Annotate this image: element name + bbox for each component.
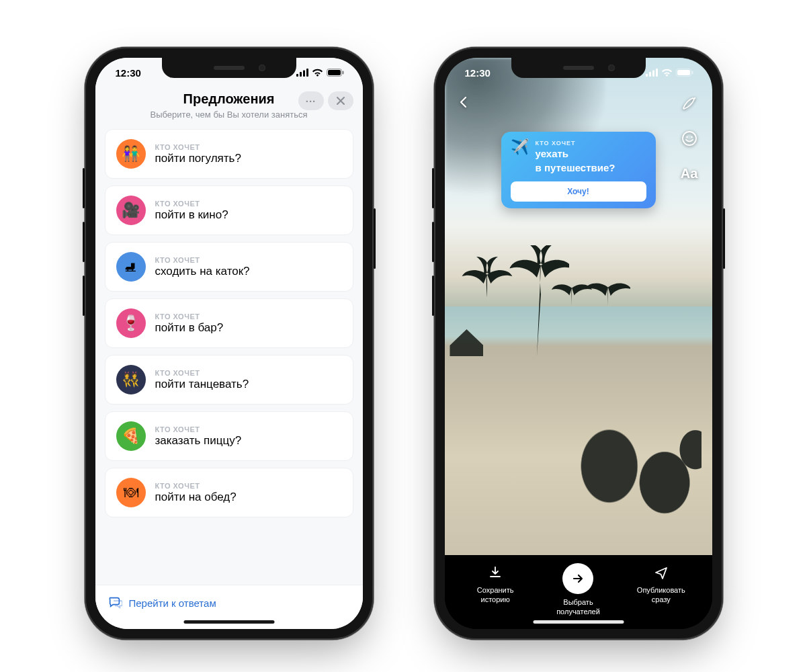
- suggestion-overline: КТО ХОЧЕТ: [155, 482, 237, 490]
- suggestion-card[interactable]: 👫КТО ХОЧЕТпойти погулять?: [105, 129, 353, 179]
- suggestion-card[interactable]: 🍽КТО ХОЧЕТпойти на обед?: [105, 468, 353, 517]
- story-action-bar: Сохранить историю Выбрать получателей Оп…: [445, 555, 712, 629]
- home-indicator: [533, 620, 624, 624]
- back-button[interactable]: [457, 95, 470, 112]
- suggestion-card[interactable]: 🎥КТО ХОЧЕТпойти в кино?: [105, 185, 353, 235]
- send-icon: [652, 563, 671, 582]
- sticker-tool-icon[interactable]: [679, 128, 700, 149]
- status-time: 12:30: [116, 67, 141, 79]
- sticker-label: КТО ХОЧЕТ: [536, 140, 615, 146]
- publish-now-label: Опубликовать сразу: [637, 586, 685, 605]
- download-icon: [486, 563, 505, 582]
- suggestion-emoji-icon: 🎥: [116, 196, 146, 225]
- suggestion-question: заказать пиццу?: [155, 434, 242, 448]
- svg-point-14: [693, 97, 695, 99]
- suggestion-overline: КТО ХОЧЕТ: [155, 425, 242, 433]
- suggestion-question: пойти на обед?: [155, 491, 237, 504]
- modal-subtitle: Выберите, чем бы Вы хотели заняться: [151, 110, 308, 120]
- suggestion-overline: КТО ХОЧЕТ: [155, 143, 241, 151]
- suggestion-emoji-icon: ⛸: [116, 252, 146, 282]
- publish-now-button[interactable]: Опубликовать сразу: [620, 563, 702, 605]
- sticker-text-line1: уехать: [536, 148, 615, 161]
- suggestion-list[interactable]: 👫КТО ХОЧЕТпойти погулять?🎥КТО ХОЧЕТпойти…: [95, 126, 363, 585]
- svg-rect-3: [306, 69, 308, 77]
- sticker-text-line2: в путешествие?: [536, 162, 615, 175]
- decoration: [583, 270, 630, 351]
- home-indicator: [183, 620, 274, 624]
- text-tool-icon[interactable]: Aa: [679, 163, 700, 184]
- story-canvas[interactable]: Aa ✈️ КТО ХОЧЕТ уехать в путешествие? Хо…: [445, 58, 712, 555]
- svg-rect-0: [296, 74, 298, 77]
- more-button[interactable]: [298, 91, 324, 110]
- svg-rect-2: [303, 71, 305, 77]
- save-story-label: Сохранить историю: [477, 586, 514, 605]
- svg-rect-8: [649, 72, 651, 77]
- suggestion-emoji-icon: 👯: [116, 365, 146, 394]
- modal-title: Предложения: [183, 91, 275, 107]
- airplane-icon: ✈️: [511, 140, 529, 155]
- draw-tool-icon[interactable]: [679, 93, 700, 114]
- save-story-button[interactable]: Сохранить историю: [454, 563, 537, 605]
- chat-icon: [108, 595, 122, 612]
- notch: [511, 58, 646, 78]
- suggestion-question: пойти в бар?: [155, 321, 224, 335]
- notch: [162, 58, 296, 78]
- wifi-icon: [312, 69, 323, 77]
- sticker-cta-button[interactable]: Хочу!: [511, 181, 646, 202]
- suggestion-emoji-icon: 🍷: [116, 308, 146, 338]
- arrow-right-icon: [562, 563, 593, 594]
- svg-rect-6: [342, 71, 343, 75]
- svg-rect-12: [677, 70, 690, 75]
- svg-rect-9: [652, 71, 654, 77]
- phone-left-screen: 12:30 Предложения Выберите, чем бы Вы хо…: [95, 58, 363, 629]
- wifi-icon: [661, 69, 673, 77]
- answers-link[interactable]: Перейти к ответам: [129, 597, 216, 609]
- suggestion-emoji-icon: 🍕: [116, 421, 146, 451]
- svg-rect-10: [656, 69, 658, 77]
- cellular-icon: [296, 69, 308, 77]
- status-icons: [646, 69, 693, 77]
- suggestion-overline: КТО ХОЧЕТ: [155, 369, 249, 377]
- svg-rect-7: [646, 74, 648, 77]
- battery-icon: [327, 69, 344, 77]
- suggestion-overline: КТО ХОЧЕТ: [155, 200, 228, 208]
- close-button[interactable]: [328, 91, 353, 110]
- select-recipients-label: Выбрать получателей: [556, 598, 600, 617]
- svg-rect-13: [691, 71, 693, 75]
- select-recipients-button[interactable]: Выбрать получателей: [537, 563, 620, 617]
- phone-left-frame: 12:30 Предложения Выберите, чем бы Вы хо…: [85, 47, 374, 640]
- suggestion-card[interactable]: 🍕КТО ХОЧЕТзаказать пиццу?: [105, 411, 353, 461]
- battery-icon: [676, 69, 693, 77]
- suggestion-question: сходить на каток?: [155, 265, 250, 278]
- phone-right-frame: 12:30: [434, 47, 723, 640]
- story-tool-rail: Aa: [679, 93, 700, 184]
- suggestion-question: пойти танцевать?: [155, 378, 249, 391]
- phone-right-screen: 12:30: [445, 58, 712, 629]
- decoration: [460, 257, 514, 346]
- svg-point-16: [686, 136, 687, 138]
- suggestion-overline: КТО ХОЧЕТ: [155, 256, 250, 264]
- suggestion-emoji-icon: 👫: [116, 139, 146, 169]
- suggestion-question: пойти погулять?: [155, 152, 241, 165]
- svg-point-17: [691, 136, 692, 138]
- suggestion-emoji-icon: 🍽: [116, 478, 146, 507]
- suggestion-card[interactable]: 🍷КТО ХОЧЕТпойти в бар?: [105, 298, 353, 348]
- suggestion-question: пойти в кино?: [155, 208, 228, 222]
- suggestion-card[interactable]: 👯КТО ХОЧЕТпойти танцевать?: [105, 355, 353, 405]
- status-time: 12:30: [465, 67, 491, 79]
- svg-rect-5: [328, 70, 341, 75]
- suggestion-overline: КТО ХОЧЕТ: [155, 312, 224, 321]
- suggestion-card[interactable]: ⛸КТО ХОЧЕТсходить на каток?: [105, 242, 353, 292]
- svg-rect-1: [300, 72, 302, 77]
- poll-sticker[interactable]: ✈️ КТО ХОЧЕТ уехать в путешествие? Хочу!: [501, 132, 656, 208]
- status-icons: [296, 69, 344, 77]
- cellular-icon: [646, 69, 658, 77]
